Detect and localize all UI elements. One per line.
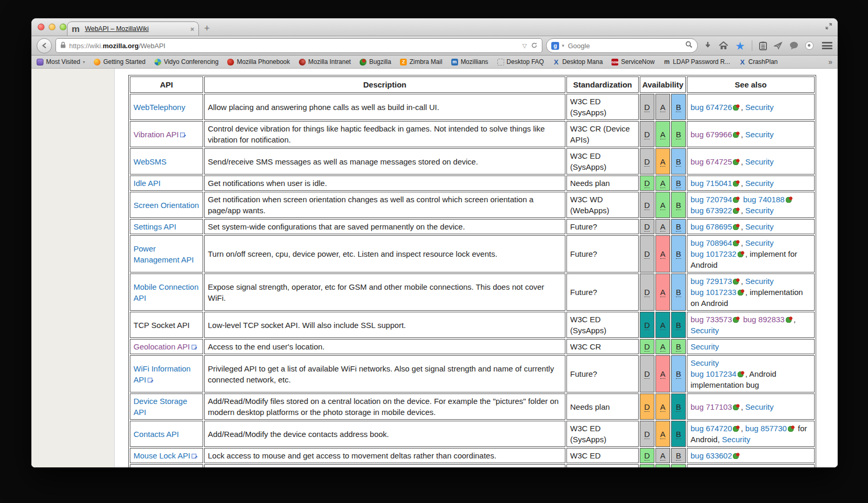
see-also-text: , bbox=[741, 277, 745, 286]
search-bar[interactable]: g ▾ bbox=[546, 38, 698, 53]
bookmark-item[interactable]: XCrashPlan bbox=[739, 58, 778, 65]
bug-link[interactable]: bug 674725 bbox=[691, 157, 732, 166]
bugzilla-bug-icon bbox=[786, 196, 793, 203]
bugzilla-bug-icon bbox=[786, 316, 793, 323]
home-icon[interactable] bbox=[719, 41, 728, 50]
search-engine-dropdown-icon[interactable]: ▾ bbox=[562, 43, 564, 48]
bookmark-item[interactable]: Mozilla Phonebook bbox=[227, 58, 290, 65]
availability-letter: D bbox=[644, 222, 650, 232]
bug-link[interactable]: bug 678695 bbox=[691, 222, 732, 231]
close-window-button[interactable] bbox=[38, 24, 44, 30]
api-cell: Mouse Lock API bbox=[130, 448, 203, 463]
bookmark-item[interactable]: Vidyo Conferencing bbox=[154, 58, 219, 65]
bug-link[interactable]: bug 1017232 bbox=[691, 249, 737, 258]
bug-link[interactable]: bug 633602 bbox=[691, 451, 732, 460]
api-link[interactable]: Idle API bbox=[133, 179, 161, 188]
security-link[interactable]: Security bbox=[745, 238, 774, 247]
chat-bubble-icon[interactable] bbox=[789, 41, 798, 50]
fullscreen-icon[interactable] bbox=[825, 23, 832, 32]
security-link[interactable]: Security bbox=[745, 179, 774, 188]
new-tab-button[interactable]: + bbox=[204, 23, 210, 34]
reload-icon[interactable] bbox=[531, 42, 538, 50]
bug-link[interactable]: bug 740188 bbox=[743, 195, 784, 204]
availability-letter: D bbox=[644, 369, 650, 379]
api-link[interactable]: WiFi Information API bbox=[133, 364, 191, 384]
availability-cell-d: D bbox=[640, 235, 654, 272]
availability-letter: D bbox=[644, 130, 650, 139]
see-also-cell: bug 717103, Security bbox=[687, 393, 815, 420]
availability-cell-a: A bbox=[655, 274, 670, 311]
security-link[interactable]: Security bbox=[745, 402, 774, 411]
security-link[interactable]: Security bbox=[691, 326, 719, 335]
bug-link[interactable]: bug 1017233 bbox=[691, 288, 737, 297]
security-link[interactable]: Security bbox=[691, 342, 719, 351]
bookmark-item[interactable]: Mozilla Intranet bbox=[299, 58, 351, 65]
menu-hamburger-icon[interactable] bbox=[822, 42, 832, 49]
zoom-window-button[interactable] bbox=[60, 24, 66, 30]
bookmark-label: Getting Started bbox=[103, 58, 146, 65]
bookmarks-menu-icon[interactable] bbox=[759, 41, 767, 50]
bookmark-item[interactable]: Desktop FAQ bbox=[497, 58, 544, 65]
status-dot-icon[interactable] bbox=[805, 41, 814, 50]
security-link[interactable]: Security bbox=[722, 435, 750, 444]
bookmark-item[interactable]: XDesktop Mana bbox=[553, 58, 603, 65]
api-link[interactable]: Vibration API bbox=[133, 130, 179, 139]
api-link[interactable]: Mouse Lock API bbox=[133, 451, 190, 460]
url-bar[interactable]: https://wiki.mozilla.org/WebAPI ▽ bbox=[55, 38, 542, 53]
security-link[interactable]: Security bbox=[745, 222, 774, 231]
bookmark-item[interactable]: Most Visited▾ bbox=[37, 58, 85, 65]
api-link[interactable]: WebSMS bbox=[133, 157, 166, 166]
page-content: API Description Standardization Availabi… bbox=[31, 69, 838, 467]
api-link[interactable]: Device Storage API bbox=[133, 397, 187, 417]
minimize-window-button[interactable] bbox=[49, 24, 55, 30]
api-link[interactable]: Power Management API bbox=[133, 244, 194, 264]
search-magnifier-icon[interactable] bbox=[685, 41, 693, 50]
security-link[interactable]: Security bbox=[691, 358, 719, 367]
bookmark-item[interactable]: nowServiceNow bbox=[611, 58, 654, 65]
bug-link[interactable]: bug 674726 bbox=[691, 103, 732, 112]
availability-letter: A bbox=[660, 288, 665, 297]
bookmark-item[interactable]: Bugzilla bbox=[360, 58, 391, 65]
availability-cell-a: A bbox=[655, 464, 670, 467]
security-link[interactable]: Security bbox=[745, 277, 774, 286]
tab-close-icon[interactable]: × bbox=[190, 25, 194, 33]
bookmark-star-icon[interactable]: ★ bbox=[735, 40, 745, 51]
api-link[interactable]: WebTelephony bbox=[133, 103, 185, 112]
security-link[interactable]: Security bbox=[745, 103, 774, 112]
security-link[interactable]: Security bbox=[745, 130, 774, 139]
bug-link[interactable]: bug 892833 bbox=[743, 315, 784, 324]
share-plane-icon[interactable] bbox=[774, 41, 783, 50]
api-link[interactable]: Mobile Connection API bbox=[133, 282, 198, 302]
api-link[interactable]: Contacts API bbox=[133, 430, 179, 439]
bug-link[interactable]: bug 674720 bbox=[691, 424, 732, 433]
bookmark-item[interactable]: ZZimbra Mail bbox=[400, 58, 442, 65]
api-link[interactable]: Geolocation API bbox=[133, 342, 190, 351]
bug-link[interactable]: bug 733573 bbox=[691, 315, 732, 324]
browser-tab[interactable]: m WebAPI – MozillaWiki × bbox=[67, 21, 199, 36]
security-link[interactable]: Security bbox=[745, 206, 774, 215]
bug-link[interactable]: bug 673922 bbox=[691, 206, 732, 215]
bug-link[interactable]: bug 679966 bbox=[691, 130, 732, 139]
bug-link[interactable]: bug 708964 bbox=[691, 238, 732, 247]
security-link[interactable]: Security bbox=[745, 157, 774, 166]
bug-link[interactable]: bug 1017234 bbox=[691, 369, 737, 378]
bug-link[interactable]: bug 729173 bbox=[691, 277, 732, 286]
downloads-icon[interactable] bbox=[704, 41, 712, 50]
bug-link[interactable]: bug 715041 bbox=[691, 179, 732, 188]
back-button[interactable] bbox=[37, 38, 52, 53]
bookmark-item[interactable]: Getting Started bbox=[94, 58, 146, 65]
bookmark-item[interactable]: mMozillians bbox=[451, 58, 488, 65]
url-history-dropdown-icon[interactable]: ▽ bbox=[522, 42, 527, 49]
availability-letter: D bbox=[644, 451, 650, 461]
bookmark-item[interactable]: mLDAP Password R... bbox=[663, 58, 730, 65]
bug-link[interactable]: bug 717103 bbox=[691, 402, 732, 411]
bug-link[interactable]: bug 857730 bbox=[745, 424, 787, 433]
google-engine-icon[interactable]: g bbox=[551, 42, 559, 50]
bug-link[interactable]: bug 720794 bbox=[691, 195, 732, 204]
bookmarks-overflow-chevron[interactable]: » bbox=[828, 58, 832, 66]
api-link[interactable]: Screen Orientation bbox=[133, 201, 199, 210]
api-link[interactable]: Settings API bbox=[133, 222, 176, 231]
availability-cell-a: A bbox=[655, 448, 670, 463]
chevron-down-icon: ▾ bbox=[83, 60, 85, 64]
search-input[interactable] bbox=[567, 41, 683, 50]
